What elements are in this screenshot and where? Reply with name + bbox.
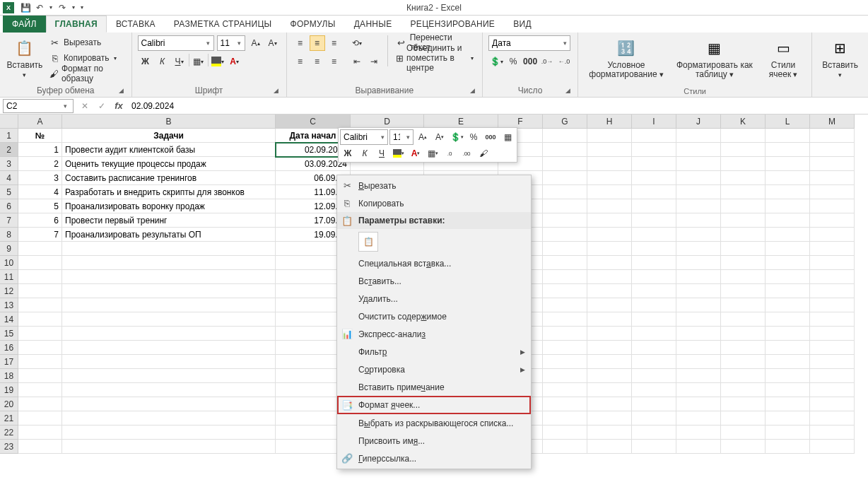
- italic-button[interactable]: К: [155, 54, 170, 69]
- increase-font-button[interactable]: A▴: [248, 35, 264, 51]
- cell[interactable]: [543, 284, 587, 298]
- cell[interactable]: [543, 411, 587, 426]
- cell[interactable]: [721, 270, 766, 284]
- cell[interactable]: Разработать и внедрить скрипты для звонк…: [62, 185, 276, 199]
- chevron-down-icon[interactable]: ▾: [60, 102, 70, 110]
- cell[interactable]: [632, 157, 676, 171]
- mini-inc-decimal[interactable]: .0: [442, 146, 457, 160]
- col-header-H[interactable]: H: [587, 115, 632, 129]
- cell[interactable]: [62, 327, 276, 341]
- cell[interactable]: [587, 143, 632, 157]
- confirm-formula-button[interactable]: ✓: [93, 99, 110, 113]
- cell[interactable]: [632, 341, 676, 355]
- cell[interactable]: [543, 242, 587, 256]
- cell[interactable]: [632, 270, 676, 284]
- underline-button[interactable]: Ч▾: [172, 54, 187, 69]
- cell[interactable]: [632, 185, 676, 199]
- cell[interactable]: [676, 270, 721, 284]
- ctx-copy[interactable]: ⎘Копировать: [337, 194, 531, 212]
- align-left-button[interactable]: ≡: [293, 54, 308, 69]
- cell[interactable]: [543, 256, 587, 270]
- cell[interactable]: [810, 327, 855, 341]
- cell[interactable]: [62, 355, 276, 369]
- ctx-filter[interactable]: Фильтр▶: [337, 343, 531, 360]
- ctx-insert[interactable]: Вставить...: [337, 272, 531, 290]
- cell[interactable]: [721, 298, 766, 312]
- cell[interactable]: [543, 440, 587, 454]
- cell[interactable]: [810, 411, 855, 426]
- cell[interactable]: [543, 312, 587, 327]
- cell[interactable]: [676, 242, 721, 256]
- row-header[interactable]: 13: [0, 298, 18, 312]
- cell[interactable]: [810, 397, 855, 411]
- cell[interactable]: [62, 426, 276, 440]
- cell[interactable]: 6: [18, 213, 62, 228]
- cell[interactable]: [632, 199, 676, 213]
- cell[interactable]: [62, 397, 276, 411]
- row-header[interactable]: 3: [0, 157, 18, 171]
- ctx-pick-from-list[interactable]: Выбрать из раскрывающегося списка...: [337, 414, 531, 432]
- mini-font-color[interactable]: А▾: [408, 146, 423, 160]
- format-as-table-button[interactable]: ▦Форматировать как таблицу ▾: [671, 35, 758, 81]
- cell[interactable]: [766, 185, 810, 199]
- cell[interactable]: [543, 369, 587, 383]
- cell[interactable]: [721, 440, 766, 454]
- cell[interactable]: [766, 171, 810, 185]
- cell[interactable]: [18, 242, 62, 256]
- font-dialog-launcher[interactable]: ◢: [272, 87, 281, 95]
- cell[interactable]: [632, 228, 676, 242]
- cell[interactable]: [587, 256, 632, 270]
- cell[interactable]: [62, 440, 276, 454]
- increase-decimal-button[interactable]: .0→: [539, 54, 555, 69]
- cell[interactable]: [18, 341, 62, 355]
- align-bottom-button[interactable]: ≡: [327, 35, 342, 51]
- cell[interactable]: 4: [18, 185, 62, 199]
- cell[interactable]: [721, 242, 766, 256]
- bold-button[interactable]: Ж: [138, 54, 153, 69]
- mini-decrease-font[interactable]: A▾: [432, 130, 447, 144]
- cell[interactable]: [721, 383, 766, 397]
- cell[interactable]: [721, 426, 766, 440]
- row-header[interactable]: 12: [0, 284, 18, 298]
- tab-insert[interactable]: ВСТАВКА: [107, 16, 165, 33]
- col-header-J[interactable]: J: [676, 115, 721, 129]
- mini-underline[interactable]: Ч: [374, 146, 389, 160]
- cell[interactable]: [810, 213, 855, 228]
- cell[interactable]: [676, 171, 721, 185]
- alignment-dialog-launcher[interactable]: ◢: [468, 87, 476, 95]
- cell[interactable]: [676, 411, 721, 426]
- ctx-hyperlink[interactable]: 🔗Гиперссылка...: [337, 450, 531, 467]
- cell[interactable]: [766, 270, 810, 284]
- chevron-down-icon[interactable]: ▾: [204, 40, 213, 47]
- col-header-L[interactable]: L: [766, 115, 810, 129]
- cell[interactable]: [676, 355, 721, 369]
- cell[interactable]: [676, 199, 721, 213]
- col-header-D[interactable]: D: [351, 115, 424, 129]
- cell[interactable]: [676, 284, 721, 298]
- mini-increase-font[interactable]: A▴: [415, 130, 430, 144]
- merge-center-button[interactable]: ⊞Объединить и поместить в центре▾: [393, 51, 476, 65]
- ctx-define-name[interactable]: Присвоить имя...: [337, 432, 531, 450]
- cell[interactable]: [587, 129, 632, 143]
- cell[interactable]: [18, 312, 62, 327]
- col-header-B[interactable]: B: [62, 115, 276, 129]
- cell[interactable]: [587, 199, 632, 213]
- cell[interactable]: [632, 327, 676, 341]
- orientation-button[interactable]: ⟲▾: [349, 35, 365, 51]
- cell[interactable]: [721, 397, 766, 411]
- col-header-F[interactable]: F: [498, 115, 543, 129]
- row-header[interactable]: 21: [0, 411, 18, 426]
- cell[interactable]: [810, 440, 855, 454]
- mini-font-input[interactable]: [341, 130, 377, 144]
- ctx-cut[interactable]: ✂Вырезать: [337, 177, 531, 194]
- cell[interactable]: [766, 327, 810, 341]
- cell[interactable]: [632, 383, 676, 397]
- ctx-quick-analysis[interactable]: 📊Экспресс-анализ: [337, 325, 531, 343]
- cell[interactable]: [587, 397, 632, 411]
- borders-button[interactable]: ▦▾: [191, 54, 206, 69]
- cell[interactable]: [766, 242, 810, 256]
- cell[interactable]: 5: [18, 199, 62, 213]
- cell[interactable]: [766, 426, 810, 440]
- cell[interactable]: [810, 298, 855, 312]
- cell[interactable]: [676, 440, 721, 454]
